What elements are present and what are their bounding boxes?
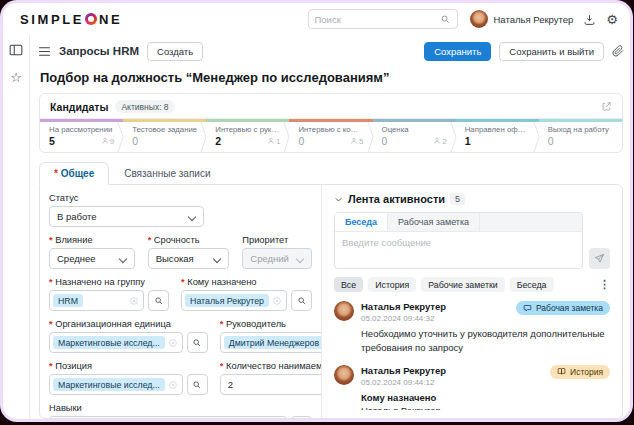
filter-work-notes[interactable]: Рабочие заметки xyxy=(421,277,504,292)
tab-related-records[interactable]: Связанные записи xyxy=(109,162,225,184)
user-name: Наталья Рекрутер xyxy=(494,14,574,25)
logo-ring-icon xyxy=(85,13,97,25)
pipeline-stage[interactable]: Выход на работу 0 xyxy=(539,119,622,152)
org-unit-label: Организационная единица xyxy=(49,319,208,329)
org-unit-chip[interactable]: Маркетинговые исслед... xyxy=(53,336,165,349)
app-logo: SIMPLENE xyxy=(20,12,122,27)
composer-tab-note[interactable]: Рабочая заметка xyxy=(388,213,480,231)
record-tabs: Общее Связанные записи xyxy=(39,162,624,184)
tab-general[interactable]: Общее xyxy=(39,162,109,185)
avatar xyxy=(334,365,354,385)
pipeline-stage[interactable]: На рассмотрении 5 9 xyxy=(40,119,123,152)
page-title: Подбор на должность “Менеджер по исследо… xyxy=(40,70,622,85)
pipeline-stage[interactable]: Тестовое задание 0 xyxy=(123,119,206,152)
clear-icon[interactable] xyxy=(272,296,282,306)
logo-text-last: NE xyxy=(99,12,122,27)
main-content: Запросы HRM Создать Сохранить Сохранить … xyxy=(30,35,630,419)
impact-select[interactable]: Среднее xyxy=(49,248,135,269)
message-composer: Беседа Рабочая заметка xyxy=(334,212,583,269)
left-rail: ☆ xyxy=(3,35,30,419)
avatar[interactable] xyxy=(470,10,488,28)
feed-timestamp: 05.02.2024 09:44:32 xyxy=(361,314,446,323)
group-chip[interactable]: HRM xyxy=(53,294,83,307)
message-input[interactable] xyxy=(335,232,582,264)
search-input[interactable] xyxy=(315,14,436,25)
paperclip-icon[interactable] xyxy=(612,45,624,57)
status-select[interactable]: В работе xyxy=(49,206,204,227)
assigned-group-label: Назначено на группу xyxy=(49,277,169,287)
speech-bubble-icon xyxy=(523,304,532,313)
assignee-field[interactable]: Наталья Рекрутер xyxy=(181,290,287,311)
global-search[interactable] xyxy=(308,9,458,29)
priority-select: Средний xyxy=(242,248,312,269)
person-icon xyxy=(267,137,275,145)
app-window: SIMPLENE Наталья Рекрутер ⚙ ☆ xyxy=(3,3,630,419)
clear-icon[interactable] xyxy=(168,338,178,348)
urgency-select[interactable]: Высокая xyxy=(148,248,230,269)
person-icon xyxy=(350,137,358,145)
manager-chip[interactable]: Дмитрий Менеджеров xyxy=(224,336,322,349)
clear-icon[interactable] xyxy=(168,380,178,390)
lookup-button[interactable] xyxy=(187,374,208,395)
save-exit-button[interactable]: Сохранить и выйти xyxy=(499,42,604,61)
feed-timestamp: 05.02.2024 09:44:12 xyxy=(361,378,446,387)
lookup-button[interactable] xyxy=(187,332,208,353)
filter-all[interactable]: Все xyxy=(334,277,363,292)
position-chip[interactable]: Маркетинговые исслед... xyxy=(53,378,165,391)
activity-count-badge: 5 xyxy=(450,193,465,205)
feed-field-name: Кому назначено xyxy=(361,392,610,403)
activity-panel: Лента активности 5 Беседа Рабочая заметк… xyxy=(322,185,622,418)
avatar xyxy=(334,301,354,321)
external-link-icon[interactable] xyxy=(601,101,612,112)
chevron-down-icon[interactable] xyxy=(334,195,343,204)
clear-icon[interactable] xyxy=(129,296,139,306)
composer-tab-chat[interactable]: Беседа xyxy=(335,213,388,231)
skills-field[interactable]: Работа в команде× Креативность× xyxy=(49,416,287,418)
lookup-button[interactable] xyxy=(291,290,312,311)
logo-text-first: SIMPLE xyxy=(20,12,84,27)
create-button[interactable]: Создать xyxy=(147,42,203,61)
candidates-header: Кандидаты Активных: 8 xyxy=(40,94,622,118)
pipeline-stage[interactable]: Направлен оффер 1 xyxy=(456,119,539,152)
save-button[interactable]: Сохранить xyxy=(424,42,491,61)
pipeline-stage[interactable]: Оценка 0 2 xyxy=(373,119,456,152)
skills-label: Навыки xyxy=(49,403,312,413)
send-button[interactable] xyxy=(589,248,610,269)
download-icon[interactable] xyxy=(583,13,596,26)
feed-filters: Все История Рабочие заметки Беседа ⋮ xyxy=(334,277,610,292)
form-fields: Статус В работе Влияние Среднее Срочност… xyxy=(40,185,322,418)
filter-chat[interactable]: Беседа xyxy=(510,277,554,292)
stage-count: 0 xyxy=(132,135,138,147)
form-container: Статус В работе Влияние Среднее Срочност… xyxy=(39,184,623,419)
assigned-group-field[interactable]: HRM xyxy=(49,290,144,311)
record-toolbar: Запросы HRM Создать Сохранить Сохранить … xyxy=(38,37,624,65)
person-icon xyxy=(101,137,109,145)
assignee-chip[interactable]: Наталья Рекрутер xyxy=(185,294,269,307)
lookup-button[interactable] xyxy=(148,290,169,311)
gear-icon[interactable]: ⚙ xyxy=(606,13,618,26)
manager-field[interactable]: Дмитрий Менеджеров xyxy=(220,332,322,353)
search-icon[interactable] xyxy=(440,14,451,25)
active-count-badge: Активных: 8 xyxy=(115,100,174,113)
sidebar-toggle-icon[interactable] xyxy=(9,44,23,56)
person-icon xyxy=(433,137,441,145)
org-unit-field[interactable]: Маркетинговые исслед... xyxy=(49,332,183,353)
hires-count-input[interactable] xyxy=(220,374,322,395)
pipeline-stage[interactable]: Интервью с руковод... 2 1 xyxy=(206,119,289,152)
manager-label: Руководитель xyxy=(220,319,322,329)
history-badge: История xyxy=(550,365,610,379)
filter-history[interactable]: История xyxy=(368,277,416,292)
candidates-title: Кандидаты xyxy=(50,101,108,113)
pipeline-stage[interactable]: Интервью с командой 0 5 xyxy=(289,119,372,152)
top-bar: SIMPLENE Наталья Рекрутер ⚙ xyxy=(3,3,630,35)
lookup-button[interactable] xyxy=(291,416,312,418)
activity-feed: Наталья Рекрутер 05.02.2024 09:44:32 Раб… xyxy=(334,301,610,410)
assignee-label: Кому назначено xyxy=(181,277,312,287)
favorite-star-icon[interactable]: ☆ xyxy=(10,71,22,84)
list-title: Запросы HRM xyxy=(59,45,139,57)
book-icon xyxy=(557,367,566,376)
stage-count: 0 xyxy=(298,135,304,147)
position-field[interactable]: Маркетинговые исслед... xyxy=(49,374,183,395)
hamburger-menu-icon[interactable] xyxy=(38,46,51,57)
kebab-menu-icon[interactable]: ⋮ xyxy=(599,279,610,290)
